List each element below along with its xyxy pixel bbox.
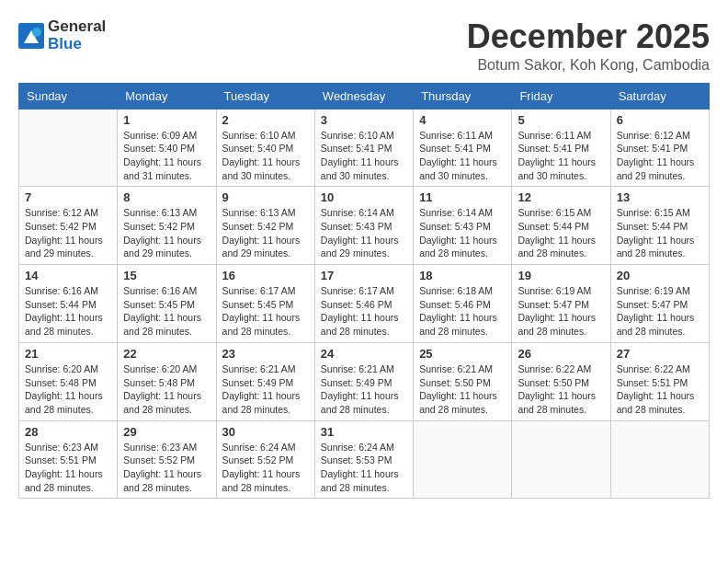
day-number: 15: [123, 269, 210, 282]
calendar-cell: 11Sunrise: 6:14 AMSunset: 5:43 PMDayligh…: [414, 187, 512, 265]
logo: General Blue: [18, 18, 106, 52]
logo-blue: Blue: [48, 36, 106, 53]
day-info: Sunrise: 6:12 AMSunset: 5:42 PMDaylight:…: [25, 206, 111, 260]
day-info: Sunrise: 6:23 AMSunset: 5:52 PMDaylight:…: [123, 441, 210, 495]
day-info: Sunrise: 6:13 AMSunset: 5:42 PMDaylight:…: [222, 206, 309, 260]
day-number: 12: [518, 190, 604, 204]
day-info: Sunrise: 6:21 AMSunset: 5:50 PMDaylight:…: [419, 362, 506, 417]
logo-general: General: [48, 18, 106, 36]
month-title: December 2025: [467, 18, 710, 55]
day-number: 27: [617, 347, 703, 361]
weekday-header-saturday: Saturday: [610, 83, 709, 109]
calendar-cell: 4Sunrise: 6:11 AMSunset: 5:41 PMDaylight…: [414, 109, 512, 187]
day-info: Sunrise: 6:11 AMSunset: 5:41 PMDaylight:…: [419, 129, 506, 183]
day-number: 22: [123, 347, 210, 361]
page-header: General Blue December 2025 Botum Sakor, …: [18, 18, 710, 74]
day-info: Sunrise: 6:13 AMSunset: 5:42 PMDaylight:…: [123, 206, 210, 260]
calendar-cell: 27Sunrise: 6:22 AMSunset: 5:51 PMDayligh…: [610, 342, 709, 420]
calendar-cell: [512, 420, 610, 499]
calendar-cell: 21Sunrise: 6:20 AMSunset: 5:48 PMDayligh…: [19, 342, 118, 420]
day-info: Sunrise: 6:15 AMSunset: 5:44 PMDaylight:…: [617, 206, 703, 260]
calendar-cell: 30Sunrise: 6:24 AMSunset: 5:52 PMDayligh…: [216, 420, 314, 499]
day-info: Sunrise: 6:24 AMSunset: 5:53 PMDaylight:…: [321, 441, 407, 495]
day-info: Sunrise: 6:21 AMSunset: 5:49 PMDaylight:…: [222, 362, 309, 417]
calendar-cell: 16Sunrise: 6:17 AMSunset: 5:45 PMDayligh…: [216, 265, 314, 343]
day-info: Sunrise: 6:20 AMSunset: 5:48 PMDaylight:…: [25, 362, 111, 417]
day-number: 16: [222, 269, 309, 282]
day-info: Sunrise: 6:16 AMSunset: 5:45 PMDaylight:…: [123, 284, 210, 339]
calendar-cell: 18Sunrise: 6:18 AMSunset: 5:46 PMDayligh…: [414, 265, 512, 343]
day-number: 29: [123, 425, 210, 439]
day-number: 28: [25, 425, 111, 439]
calendar-week-4: 21Sunrise: 6:20 AMSunset: 5:48 PMDayligh…: [19, 342, 710, 420]
day-number: 26: [518, 347, 604, 361]
day-number: 1: [123, 113, 210, 127]
calendar-cell: 23Sunrise: 6:21 AMSunset: 5:49 PMDayligh…: [216, 342, 314, 420]
svg-point-2: [32, 28, 41, 37]
calendar-week-2: 7Sunrise: 6:12 AMSunset: 5:42 PMDaylight…: [19, 187, 710, 265]
calendar-cell: 31Sunrise: 6:24 AMSunset: 5:53 PMDayligh…: [314, 420, 413, 499]
day-info: Sunrise: 6:14 AMSunset: 5:43 PMDaylight:…: [321, 206, 407, 260]
day-number: 21: [25, 347, 111, 361]
calendar-cell: 29Sunrise: 6:23 AMSunset: 5:52 PMDayligh…: [118, 420, 216, 499]
calendar-cell: [19, 109, 118, 187]
calendar-cell: 6Sunrise: 6:12 AMSunset: 5:41 PMDaylight…: [610, 109, 709, 187]
day-info: Sunrise: 6:22 AMSunset: 5:50 PMDaylight:…: [518, 362, 604, 417]
calendar-cell: [414, 420, 512, 499]
calendar-week-5: 28Sunrise: 6:23 AMSunset: 5:51 PMDayligh…: [19, 420, 710, 499]
calendar-cell: 22Sunrise: 6:20 AMSunset: 5:48 PMDayligh…: [118, 342, 216, 420]
day-number: 23: [222, 347, 309, 361]
day-info: Sunrise: 6:11 AMSunset: 5:41 PMDaylight:…: [518, 129, 604, 183]
calendar-cell: 26Sunrise: 6:22 AMSunset: 5:50 PMDayligh…: [512, 342, 610, 420]
day-number: 13: [617, 190, 703, 204]
day-info: Sunrise: 6:18 AMSunset: 5:46 PMDaylight:…: [419, 284, 506, 339]
day-number: 19: [518, 269, 604, 282]
day-info: Sunrise: 6:21 AMSunset: 5:49 PMDaylight:…: [321, 362, 407, 417]
weekday-header-thursday: Thursday: [414, 83, 512, 109]
day-number: 5: [518, 113, 604, 127]
day-number: 6: [617, 113, 703, 127]
calendar-cell: 15Sunrise: 6:16 AMSunset: 5:45 PMDayligh…: [118, 265, 216, 343]
title-block: December 2025 Botum Sakor, Koh Kong, Cam…: [467, 18, 710, 74]
day-info: Sunrise: 6:09 AMSunset: 5:40 PMDaylight:…: [123, 129, 210, 183]
calendar-cell: 1Sunrise: 6:09 AMSunset: 5:40 PMDaylight…: [118, 109, 216, 187]
day-info: Sunrise: 6:16 AMSunset: 5:44 PMDaylight:…: [25, 284, 111, 339]
weekday-header-tuesday: Tuesday: [216, 83, 314, 109]
day-number: 20: [617, 269, 703, 282]
day-number: 25: [419, 347, 506, 361]
calendar-table: SundayMondayTuesdayWednesdayThursdayFrid…: [18, 83, 710, 500]
calendar-cell: 10Sunrise: 6:14 AMSunset: 5:43 PMDayligh…: [314, 187, 413, 265]
day-info: Sunrise: 6:14 AMSunset: 5:43 PMDaylight:…: [419, 206, 506, 260]
day-info: Sunrise: 6:17 AMSunset: 5:45 PMDaylight:…: [222, 284, 309, 339]
calendar-cell: 28Sunrise: 6:23 AMSunset: 5:51 PMDayligh…: [19, 420, 118, 499]
day-number: 30: [222, 425, 309, 439]
weekday-header-monday: Monday: [118, 83, 216, 109]
day-info: Sunrise: 6:19 AMSunset: 5:47 PMDaylight:…: [617, 284, 703, 339]
day-info: Sunrise: 6:19 AMSunset: 5:47 PMDaylight:…: [518, 284, 604, 339]
day-number: 11: [419, 190, 506, 204]
day-info: Sunrise: 6:17 AMSunset: 5:46 PMDaylight:…: [321, 284, 407, 339]
day-info: Sunrise: 6:10 AMSunset: 5:41 PMDaylight:…: [321, 129, 407, 183]
day-info: Sunrise: 6:15 AMSunset: 5:44 PMDaylight:…: [518, 206, 604, 260]
day-number: 8: [123, 190, 210, 204]
calendar-cell: 8Sunrise: 6:13 AMSunset: 5:42 PMDaylight…: [118, 187, 216, 265]
calendar-cell: 24Sunrise: 6:21 AMSunset: 5:49 PMDayligh…: [314, 342, 413, 420]
day-number: 10: [321, 190, 407, 204]
day-info: Sunrise: 6:10 AMSunset: 5:40 PMDaylight:…: [222, 129, 309, 183]
weekday-header-sunday: Sunday: [19, 83, 118, 109]
weekday-header-friday: Friday: [512, 83, 610, 109]
calendar-cell: 5Sunrise: 6:11 AMSunset: 5:41 PMDaylight…: [512, 109, 610, 187]
calendar-cell: 2Sunrise: 6:10 AMSunset: 5:40 PMDaylight…: [216, 109, 314, 187]
calendar-cell: 9Sunrise: 6:13 AMSunset: 5:42 PMDaylight…: [216, 187, 314, 265]
calendar-cell: 14Sunrise: 6:16 AMSunset: 5:44 PMDayligh…: [19, 265, 118, 343]
day-number: 24: [321, 347, 407, 361]
calendar-cell: 20Sunrise: 6:19 AMSunset: 5:47 PMDayligh…: [610, 265, 709, 343]
day-info: Sunrise: 6:23 AMSunset: 5:51 PMDaylight:…: [25, 441, 111, 495]
location-title: Botum Sakor, Koh Kong, Cambodia: [467, 57, 710, 74]
day-number: 18: [419, 269, 506, 282]
day-number: 4: [419, 113, 506, 127]
weekday-header-wednesday: Wednesday: [314, 83, 413, 109]
day-number: 14: [25, 269, 111, 282]
day-info: Sunrise: 6:22 AMSunset: 5:51 PMDaylight:…: [617, 362, 703, 417]
day-info: Sunrise: 6:24 AMSunset: 5:52 PMDaylight:…: [222, 441, 309, 495]
